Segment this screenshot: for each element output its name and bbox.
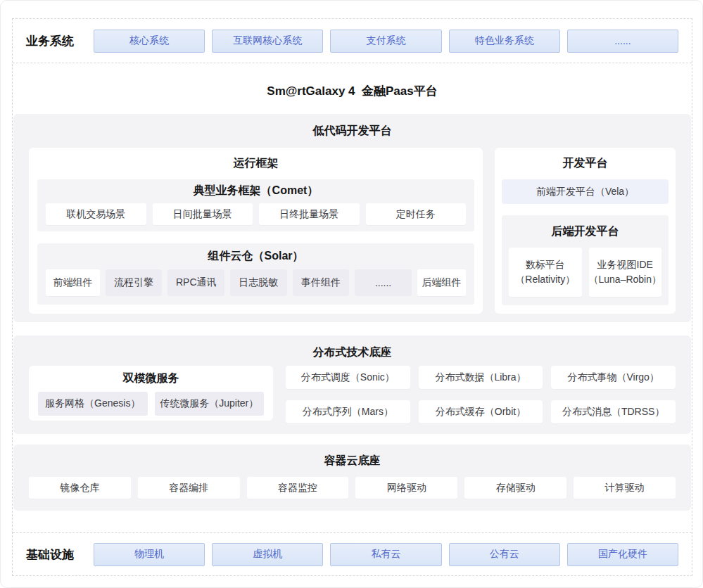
comet-items-row: 联机交易场景 日间批量场景 日终批量场景 定时任务 <box>46 203 466 225</box>
lowcode-platform-title: 低代码开发平台 <box>13 124 691 139</box>
genesis-service-mesh: 服务网格（Genesis） <box>38 392 148 416</box>
jupiter-traditional-microservices: 传统微服务（Jupiter） <box>155 392 265 416</box>
lowcode-body: 运行框架 典型业务框架（Comet） 联机交易场景 日间批量场景 日终批量场景 … <box>13 148 691 314</box>
lowcode-platform-section: 低代码开发平台 运行框架 典型业务框架（Comet） 联机交易场景 日间批量场景… <box>13 114 691 322</box>
network-driver: 网络驱动 <box>355 477 457 499</box>
dual-mode-microservices-panel: 双模微服务 服务网格（Genesis） 传统微服务（Jupiter） <box>29 366 273 421</box>
luna-robin-line2: （Luna–Robin） <box>589 272 662 287</box>
relativity-line2: （Relativity） <box>515 272 575 287</box>
business-systems-chips: 核心系统 互联网核心系统 支付系统 特色业务系统 ...... <box>94 30 678 53</box>
distributed-body: 双模微服务 服务网格（Genesis） 传统微服务（Jupiter） 分布式调度… <box>13 366 691 423</box>
comet-item-endofday-batch: 日终批量场景 <box>259 203 360 225</box>
backend-dev-panel: 后端开发平台 数标平台 （Relativity） 业务视图IDE （Luna–R… <box>502 215 669 305</box>
sonic-distributed-scheduling: 分布式调度（Sonic） <box>286 366 410 389</box>
chip-public-cloud: 公有云 <box>449 543 560 566</box>
runtime-framework-panel: 运行框架 典型业务框架（Comet） 联机交易场景 日间批量场景 日终批量场景 … <box>29 148 483 314</box>
solar-rpc-comm: RPC通讯 <box>167 269 224 296</box>
solar-frontend-components: 前端组件 <box>46 269 100 296</box>
solar-event-components: 事件组件 <box>293 269 350 296</box>
comet-item-daytime-batch: 日间批量场景 <box>153 203 253 225</box>
dual-mode-title: 双模微服务 <box>38 371 264 386</box>
container-cloud-items: 镜像仓库 容器编排 容器监控 网络驱动 存储驱动 计算驱动 <box>13 477 691 499</box>
comet-item-scheduled-task: 定时任务 <box>366 203 467 225</box>
solar-log-masking: 日志脱敏 <box>230 269 287 296</box>
image-registry: 镜像仓库 <box>29 477 131 499</box>
luna-robin-line1: 业务视图IDE <box>597 257 653 272</box>
business-systems-label: 业务系统 <box>26 33 94 49</box>
tdrss-distributed-messaging: 分布式消息（TDRSS） <box>551 400 676 423</box>
chip-domestic-hardware: 国产化硬件 <box>567 543 678 566</box>
architecture-diagram: 业务系统 核心系统 互联网核心系统 支付系统 特色业务系统 ...... Sm@… <box>0 0 703 588</box>
distributed-base-section: 分布式技术底座 双模微服务 服务网格（Genesis） 传统微服务（Jupite… <box>13 335 691 434</box>
chip-private-cloud: 私有云 <box>330 543 441 566</box>
comet-panel: 典型业务框架（Comet） 联机交易场景 日间批量场景 日终批量场景 定时任务 <box>37 179 474 231</box>
business-systems-row: 业务系统 核心系统 互联网核心系统 支付系统 特色业务系统 ...... <box>13 19 692 63</box>
container-cloud-section: 容器云底座 镜像仓库 容器编排 容器监控 网络驱动 存储驱动 计算驱动 <box>13 445 691 511</box>
virgo-distributed-transaction: 分布式事物（Virgo） <box>551 366 676 389</box>
chip-internet-core-system: 互联网核心系统 <box>212 30 323 53</box>
libra-distributed-data: 分布式数据（Libra） <box>419 366 543 389</box>
dev-platform-title: 开发平台 <box>502 156 669 171</box>
storage-driver: 存储驱动 <box>464 477 566 499</box>
luna-robin-business-view-ide: 业务视图IDE （Luna–Robin） <box>589 248 662 297</box>
chip-special-business-system: 特色业务系统 <box>449 30 560 53</box>
compute-driver: 计算驱动 <box>574 477 676 499</box>
diagram-frame: 业务系统 核心系统 互联网核心系统 支付系统 特色业务系统 ...... Sm@… <box>12 18 692 576</box>
solar-panel: 组件云仓（Solar） 前端组件 流程引擎 RPC通讯 日志脱敏 事件组件 ..… <box>37 243 474 305</box>
solar-ellipsis: ...... <box>355 269 412 296</box>
container-cloud-title: 容器云底座 <box>13 454 691 468</box>
comet-item-online-trading: 联机交易场景 <box>46 203 146 225</box>
relativity-line1: 数标平台 <box>526 257 565 272</box>
backend-dev-items: 数标平台 （Relativity） 业务视图IDE （Luna–Robin） <box>509 248 661 297</box>
solar-process-engine: 流程引擎 <box>106 269 163 296</box>
runtime-framework-title: 运行框架 <box>37 156 474 171</box>
solar-items-row: 前端组件 流程引擎 RPC通讯 日志脱敏 事件组件 ...... 后端组件 <box>46 269 466 296</box>
dual-mode-items: 服务网格（Genesis） 传统微服务（Jupiter） <box>38 392 264 416</box>
chip-core-system: 核心系统 <box>94 30 205 53</box>
infrastructure-chips: 物理机 虚拟机 私有云 公有云 国产化硬件 <box>94 543 678 566</box>
orbit-distributed-cache: 分布式缓存（Orbit） <box>419 400 543 423</box>
solar-backend-components: 后端组件 <box>417 269 466 296</box>
chip-ellipsis: ...... <box>567 30 678 53</box>
distributed-services-grid: 分布式调度（Sonic） 分布式数据（Libra） 分布式事物（Virgo） 分… <box>286 366 676 423</box>
vela-frontend-dev-platform: 前端开发平台（Vela） <box>502 179 669 204</box>
backend-dev-title: 后端开发平台 <box>509 224 661 239</box>
solar-title: 组件云仓（Solar） <box>46 249 466 264</box>
infrastructure-row: 基础设施 物理机 虚拟机 私有云 公有云 国产化硬件 <box>13 532 692 575</box>
container-monitoring: 容器监控 <box>247 477 349 499</box>
chip-payment-system: 支付系统 <box>330 30 441 53</box>
dev-platform-panel: 开发平台 前端开发平台（Vela） 后端开发平台 数标平台 （Relativit… <box>495 148 676 314</box>
mars-distributed-sequence: 分布式序列（Mars） <box>286 400 410 423</box>
infrastructure-label: 基础设施 <box>26 547 94 563</box>
chip-physical-machine: 物理机 <box>94 543 205 566</box>
chip-virtual-machine: 虚拟机 <box>212 543 323 566</box>
relativity-data-platform: 数标平台 （Relativity） <box>509 248 582 297</box>
distributed-base-title: 分布式技术底座 <box>13 345 691 360</box>
page-title: Sm@rtGalaxy 4 金融Paas平台 <box>13 83 692 99</box>
comet-title: 典型业务框架（Comet） <box>46 184 466 198</box>
container-orchestration: 容器编排 <box>138 477 240 499</box>
